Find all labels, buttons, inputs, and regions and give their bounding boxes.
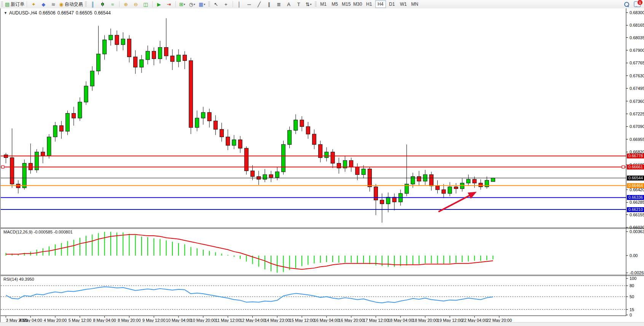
timeframe-button-mn[interactable]: MN: [410, 0, 420, 8]
chevron-down-icon: ▾: [204, 3, 205, 6]
bull-candle: [467, 179, 470, 183]
toolbar-separator: [119, 1, 120, 7]
timeframe-button-h1[interactable]: H1: [364, 0, 375, 8]
timeframe-button-m1[interactable]: M1: [318, 0, 329, 8]
bull-candle: [294, 120, 298, 130]
bear-candle: [380, 200, 384, 204]
toolbar-grip[interactable]: [208, 2, 210, 7]
text-label-tool[interactable]: T: [294, 0, 304, 8]
cursor-tool-button[interactable]: ↖: [211, 0, 221, 8]
chart-symbol-title[interactable]: ▼ AUDUSD-,H4 0.66506 0.66547 0.66505 0.6…: [4, 10, 111, 16]
bull-candle: [325, 152, 328, 158]
bar-chart-button[interactable]: ║: [88, 0, 98, 8]
price-tick-label: 0.67630: [630, 74, 644, 78]
search-icon[interactable]: [624, 2, 629, 7]
text-tool[interactable]: A: [284, 0, 294, 8]
rsi-axis-label: 0: [630, 313, 632, 317]
horizontal-line-tool[interactable]: ─: [244, 0, 254, 8]
bear-candle: [436, 186, 440, 190]
autotrading-button[interactable]: ◉ 自动交易: [58, 0, 83, 8]
price-tick-label: 0.67900: [630, 48, 644, 53]
rsi-value: 49.3950: [19, 277, 34, 281]
bear-candle: [269, 174, 273, 177]
time-tick-label: 16 May 20:00: [338, 318, 364, 322]
notifications-icon[interactable]: 1: [634, 1, 641, 7]
macd-pane: [6, 232, 493, 273]
zoom-out-button[interactable]: ⊖: [131, 0, 141, 8]
new-order-icon: ▤: [5, 2, 10, 7]
new-order-label: 新订单: [11, 1, 24, 8]
time-tick-label: 18 May 04:00: [388, 318, 413, 322]
bull-candle: [177, 55, 180, 61]
vertical-line-tool[interactable]: │: [234, 0, 244, 8]
equidistant-channel-icon: ∥: [268, 2, 270, 7]
templates-button[interactable]: ▦▾: [197, 0, 207, 8]
toolbar-grip[interactable]: [315, 2, 317, 7]
bull-candle: [282, 144, 285, 172]
timeframe-button-h4[interactable]: H4: [375, 0, 386, 8]
bull-candle: [90, 71, 94, 86]
axes-layer: 0.683000.681650.680350.679000.677650.676…: [6, 10, 644, 322]
price-tick-label: 0.66155: [630, 213, 644, 217]
indicators-icon: ⊞: [179, 2, 183, 7]
chart-shift-button[interactable]: ⇥: [164, 0, 174, 8]
toolbar-grip[interactable]: [1, 2, 3, 7]
bear-candle: [72, 113, 76, 118]
trendline-tool[interactable]: ╱: [254, 0, 264, 8]
line-selection-handle[interactable]: [622, 166, 625, 168]
arrows-tool[interactable]: ⇅▾: [304, 0, 314, 8]
line-selection-handle[interactable]: [2, 166, 4, 168]
timeframe-button-d1[interactable]: D1: [387, 0, 397, 8]
notification-badge: 1: [637, 0, 643, 5]
new-order-button[interactable]: ▤ 新订单: [4, 0, 25, 8]
price-tick-label: 0.68165: [630, 23, 644, 27]
time-tick-label: 4 May 04:00: [19, 318, 42, 322]
crosshair-tool-button[interactable]: +: [221, 0, 231, 8]
timeframe-button-m30[interactable]: M30: [352, 0, 363, 8]
bull-candle: [146, 51, 150, 59]
bull-candle: [411, 176, 415, 184]
line-chart-button[interactable]: ≈: [108, 0, 118, 8]
macd-axis-label: 0.003635: [630, 229, 644, 234]
macd-values: -0.000585 -0.000801: [33, 230, 72, 234]
timeframe-button-m15[interactable]: M15: [341, 0, 352, 8]
metaeditor-button[interactable]: ◆: [38, 0, 48, 8]
rsi-axis-label: 80: [630, 283, 634, 288]
signals-button[interactable]: ≋: [48, 0, 58, 8]
zoom-in-button[interactable]: ⊕: [121, 0, 131, 8]
tile-windows-button[interactable]: ◫: [141, 0, 151, 8]
candlestick-chart-button[interactable]: [98, 0, 108, 8]
bar-chart-icon: ║: [91, 2, 94, 7]
bear-candle: [41, 152, 45, 156]
indicators-button[interactable]: ⊞▾: [177, 0, 187, 8]
clock-icon: ◷: [189, 2, 193, 7]
timeframe-button-m5[interactable]: M5: [330, 0, 340, 8]
trendline-icon: ╱: [258, 2, 261, 7]
price-tick-label: 0.67225: [630, 112, 644, 116]
auto-scroll-button[interactable]: ▶: [154, 0, 164, 8]
bear-candle: [128, 39, 131, 57]
chart-window[interactable]: ▼ AUDUSD-,H4 0.66506 0.66547 0.66505 0.6…: [0, 8, 644, 322]
timeframe-button-w1[interactable]: W1: [398, 0, 409, 8]
toolbar-grip[interactable]: [85, 2, 87, 7]
fibonacci-tool[interactable]: ≣: [274, 0, 284, 8]
channel-tool[interactable]: ∥: [264, 0, 274, 8]
price-tick-label: 0.66955: [630, 137, 644, 142]
bear-candle: [374, 187, 378, 200]
chart-canvas[interactable]: 0.683000.681650.680350.679000.677650.676…: [1, 8, 644, 322]
mt4-application-window: ▤ 新订单 ✦ ◆ ≋ ◉ 自动交易 ║ ≈ ⊕ ⊖ ◫ ▶ ⇥ ⊞▾ ◷▾ ▦…: [0, 0, 644, 326]
time-tick-label: 8 May 04:00: [93, 318, 116, 322]
price-tick-label: 0.66685: [630, 163, 644, 167]
rsi-axis-label: 50: [630, 294, 634, 299]
bear-candle: [306, 126, 310, 134]
bear-candle: [226, 137, 230, 145]
macd-axis-label: 0.00: [630, 253, 638, 258]
chevron-down-icon: ▾: [310, 3, 312, 6]
main-toolbar: ▤ 新订单 ✦ ◆ ≋ ◉ 自动交易 ║ ≈ ⊕ ⊖ ◫ ▶ ⇥ ⊞▾ ◷▾ ▦…: [0, 0, 644, 9]
candles-layer: [4, 18, 495, 223]
one-click-trading-arrow-icon[interactable]: ▼: [4, 11, 7, 15]
bull-candle: [97, 54, 100, 71]
market-watch-button[interactable]: ✦: [29, 0, 38, 8]
time-tick-label: 11 May 12:00: [215, 318, 241, 322]
periods-button[interactable]: ◷▾: [187, 0, 197, 8]
